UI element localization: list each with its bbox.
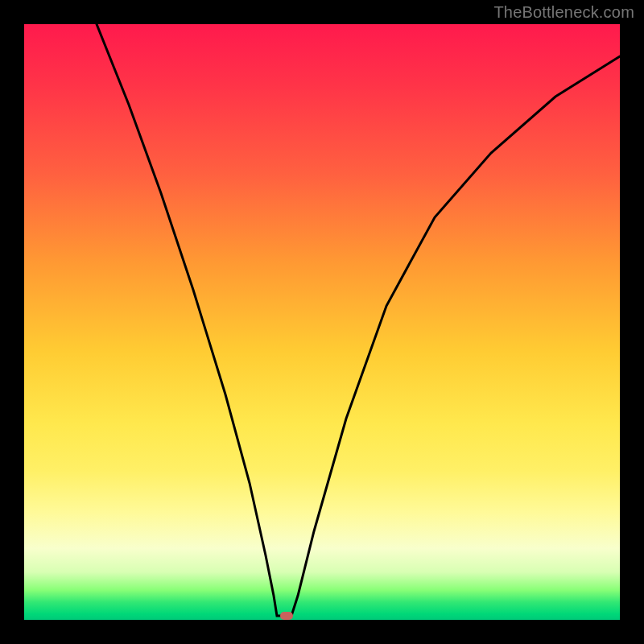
bottleneck-curve <box>24 24 620 620</box>
watermark-text: TheBottleneck.com <box>493 3 634 22</box>
optimal-point-marker <box>280 612 293 620</box>
chart-area <box>24 24 620 620</box>
